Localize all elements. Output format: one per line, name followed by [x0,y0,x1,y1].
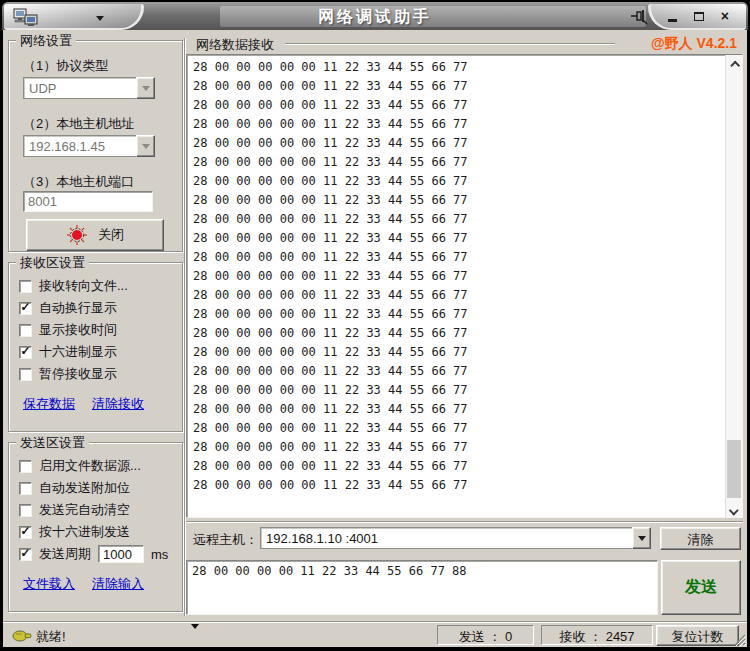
client-area: 网络设置 （1）协议类型 UDP （2）本地主机地址 192.168.1.45 … [3,30,747,647]
receive-settings-title: 接收区设置 [16,254,89,272]
close-icon[interactable]: × [721,9,729,23]
scrollbar-track[interactable] [726,72,743,500]
ready-status-icon [12,628,32,643]
receive-data-line: 28 00 00 00 00 00 11 22 33 44 55 66 77 [193,58,722,77]
sent-counter-value: 0 [505,629,512,644]
checkbox-box: ✓ [19,548,32,561]
protocol-type-value: UDP [23,77,136,99]
checkbox-file-data-source[interactable]: 启用文件数据源... [19,455,182,477]
receive-data-line: 28 00 00 00 00 00 11 22 33 44 55 66 77 [193,229,722,248]
checkbox-send-as-hex[interactable]: ✓ 按十六进制发送 [19,521,182,543]
title-bar[interactable]: 网络调试助手 × [2,2,748,30]
version-label: @野人 V4.2.1 [651,35,737,53]
receive-data-line: 28 00 00 00 00 00 11 22 33 44 55 66 77 [193,210,722,229]
local-host-label: （2）本地主机地址 [23,115,134,133]
close-button-label: 关闭 [98,226,124,244]
check-mark: ✓ [20,345,30,357]
receive-data-line: 28 00 00 00 00 00 11 22 33 44 55 66 77 [193,134,722,153]
chevron-down-icon [638,536,646,541]
load-file-link[interactable]: 文件载入 [23,575,75,593]
checkbox-box [19,460,32,473]
checkbox-box [19,324,32,337]
checkbox-clear-after-send[interactable]: 发送完自动清空 [19,499,182,521]
receive-data-line: 28 00 00 00 00 00 11 22 33 44 55 66 77 [193,96,722,115]
receive-data-area[interactable]: 28 00 00 00 00 00 11 22 33 44 55 66 7728… [186,54,743,518]
receive-data-line: 28 00 00 00 00 00 11 22 33 44 55 66 77 [193,267,722,286]
checkbox-send-period[interactable]: ✓ 发送周期 ms [19,543,182,565]
received-counter-panel: 接收 ： 2457 [541,625,653,645]
minimize-icon[interactable] [668,19,677,22]
checkbox-label: 自动换行显示 [39,299,117,317]
receive-data-line: 28 00 00 00 00 00 11 22 33 44 55 66 77 [193,286,722,305]
save-data-link[interactable]: 保存数据 [23,395,75,413]
app-icon[interactable] [13,8,39,28]
remote-combo-button[interactable] [632,527,651,549]
reset-counter-button[interactable]: 复位计数 [656,625,739,646]
host-combo-button[interactable] [136,135,155,157]
resize-grip[interactable] [732,632,746,646]
protocol-type-combo[interactable]: UDP [23,77,155,99]
send-settings-group: 发送区设置 启用文件数据源... 自动发送附加位 发送完自动清空 ✓ 按十六进制… [8,442,183,612]
remote-host-value: 192.168.1.10 :4001 [260,527,632,549]
receive-data-line: 28 00 00 00 00 00 11 22 33 44 55 66 77 [193,305,722,324]
connection-status-icon [66,224,88,246]
checkbox-label: 启用文件数据源... [39,457,141,475]
receive-data-line: 28 00 00 00 00 00 11 22 33 44 55 66 77 [193,77,722,96]
local-host-combo[interactable]: 192.168.1.45 [23,135,155,157]
checkbox-box: ✓ [19,302,32,315]
receive-data-line: 28 00 00 00 00 00 11 22 33 44 55 66 77 [193,172,722,191]
check-mark: ✓ [20,525,30,537]
scrollbar-thumb[interactable] [727,440,741,498]
checkbox-box: ✓ [19,346,32,359]
receive-scrollbar[interactable] [725,55,742,517]
clear-receive-link[interactable]: 清除接收 [92,395,144,413]
system-menu-panel[interactable] [4,4,144,30]
checkbox-hex-display[interactable]: ✓ 十六进制显示 [19,341,182,363]
receive-data-line: 28 00 00 00 00 00 11 22 33 44 55 66 77 [193,457,722,476]
checkbox-auto-send-append[interactable]: 自动发送附加位 [19,477,182,499]
receive-data-line: 28 00 00 00 00 00 11 22 33 44 55 66 77 [193,362,722,381]
checkbox-show-time[interactable]: 显示接收时间 [19,319,182,341]
checkbox-label: 自动发送附加位 [39,479,130,497]
clear-button[interactable]: 清除 [660,527,741,550]
pin-icon[interactable] [630,7,648,25]
receive-data-line: 28 00 00 00 00 00 11 22 33 44 55 66 77 [193,153,722,172]
remote-host-combo[interactable]: 192.168.1.10 :4001 [260,527,651,549]
receive-data-line: 28 00 00 00 00 00 11 22 33 44 55 66 77 [193,419,722,438]
status-message: 就绪! [36,628,66,646]
checkbox-label: 十六进制显示 [39,343,117,361]
checkbox-box: ✓ [19,526,32,539]
group-divider [285,43,615,45]
checkbox-box [19,504,32,517]
chevron-down-icon [142,144,150,149]
scroll-down-button[interactable] [726,500,743,517]
send-period-input[interactable] [98,545,144,563]
app-window: 网络调试助手 × [0,0,750,651]
checkbox-receive-to-file[interactable]: 接收转向文件... [19,275,182,297]
receive-data-line: 28 00 00 00 00 00 11 22 33 44 55 66 77 [193,400,722,419]
collapse-arrow-icon[interactable] [191,624,199,629]
maximize-icon[interactable] [694,12,704,21]
send-data-input[interactable]: 28 00 00 00 00 11 22 33 44 55 66 77 88 [186,560,658,615]
receive-data-line: 28 00 00 00 00 00 11 22 33 44 55 66 77 [193,343,722,362]
network-settings-title: 网络设置 [16,32,76,50]
checkbox-label: 按十六进制发送 [39,523,130,541]
check-mark: ✓ [20,547,30,559]
checkbox-box [19,368,32,381]
clear-input-link[interactable]: 清除输入 [92,575,144,593]
checkbox-label: 接收转向文件... [39,277,128,295]
scroll-up-button[interactable] [726,55,743,72]
checkbox-pause-receive[interactable]: 暂停接收显示 [19,363,182,385]
window-controls: × [648,4,746,30]
chevron-up-icon [730,61,740,71]
checkbox-label: 暂停接收显示 [39,365,117,383]
system-menu-arrow-icon[interactable] [96,16,104,21]
checkbox-label: 发送周期 [39,545,91,563]
protocol-combo-button[interactable] [136,77,155,99]
close-connection-button[interactable]: 关闭 [26,219,164,251]
received-counter-value: 2457 [606,629,635,644]
sent-counter-label: 发送 ： [459,629,502,644]
checkbox-auto-linewrap[interactable]: ✓ 自动换行显示 [19,297,182,319]
send-button[interactable]: 发送 [661,560,741,615]
local-port-input[interactable] [23,191,153,212]
